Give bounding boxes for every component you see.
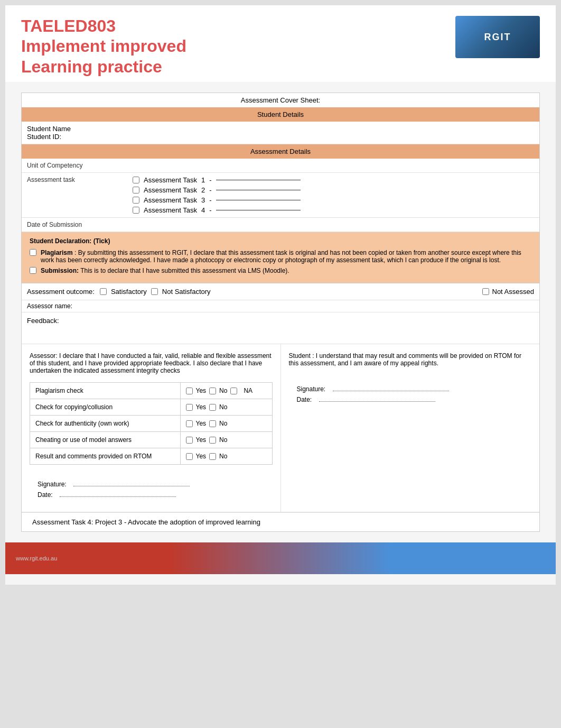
- authenticity-no-checkbox[interactable]: [209, 420, 216, 427]
- plagiarism-na-checkbox[interactable]: [230, 388, 237, 394]
- collusion-check-options: Yes No: [186, 403, 267, 411]
- plagiarism-no-checkbox[interactable]: [209, 388, 216, 394]
- task-4-line: [216, 210, 301, 210]
- student-sig-row: Signature:: [297, 385, 524, 393]
- assessment-tasks-row: Assessment task Assessment Task 1 - Asse…: [22, 173, 539, 218]
- outcome-options: Satisfactory Not Satisfactory: [100, 288, 211, 296]
- declaration-section: Student Declaration: (Tick) Plagiarism :…: [22, 232, 539, 283]
- outcome-row: Assessment outcome: Satisfactory Not Sat…: [22, 283, 539, 300]
- integrity-row-rtom: Result and comments provided on RTOM Yes…: [30, 448, 273, 465]
- student-info: Student Name Student ID:: [27, 125, 71, 141]
- integrity-options-collusion: Yes No: [180, 399, 272, 416]
- unit-row: Unit of Competency: [22, 159, 539, 173]
- task-3-checkbox[interactable]: [133, 197, 139, 204]
- rtom-yes-label: Yes: [196, 453, 207, 460]
- date-label: Date of Submission: [27, 221, 133, 228]
- authenticity-yes-label: Yes: [196, 420, 207, 427]
- bottom-bar: www.rgit.edu.au: [5, 542, 556, 574]
- footer-task-label: Assessment Task 4: Project 3 - Advocate …: [32, 518, 260, 526]
- rtom-check-options: Yes No: [186, 453, 267, 460]
- logo: RGIT: [455, 16, 540, 58]
- assessor-sig-label: Signature:: [38, 481, 67, 488]
- task-2-checkbox[interactable]: [133, 187, 139, 193]
- not-satisfactory-checkbox[interactable]: [151, 288, 158, 295]
- integrity-label-rtom: Result and comments provided on RTOM: [30, 448, 181, 465]
- task-4-num: 4: [201, 206, 205, 214]
- bottom-text: www.rgit.edu.au: [16, 555, 57, 561]
- student-signature-section: Signature: Date:: [289, 377, 532, 411]
- plagiarism-text-block: Plagiarism : By submitting this assessme…: [41, 249, 531, 264]
- task-1-checkbox[interactable]: [133, 177, 139, 183]
- main-content: Assessment Cover Sheet: Student Details …: [21, 93, 540, 532]
- integrity-label-plagiarism: Plagiarism check: [30, 383, 181, 399]
- title-line2: Implement improved: [21, 36, 186, 56]
- submission-text-block: Submission: This is to declare that I ha…: [41, 267, 289, 274]
- cheating-yes-checkbox[interactable]: [186, 437, 193, 444]
- task-row-3: Assessment Task 3 -: [133, 196, 534, 204]
- not-assessed-checkbox[interactable]: [482, 288, 489, 295]
- task-1-dash: -: [209, 176, 211, 184]
- satisfactory-checkbox[interactable]: [100, 288, 107, 295]
- integrity-options-cheating: Yes No: [180, 432, 272, 448]
- right-column: Student : I understand that may result a…: [281, 344, 540, 512]
- assessor-sig-row: Signature:: [38, 481, 265, 488]
- task-3-dash: -: [209, 196, 211, 204]
- task-3-line: [216, 200, 301, 200]
- integrity-options-rtom: Yes No: [180, 448, 272, 465]
- authenticity-yes-checkbox[interactable]: [186, 420, 193, 427]
- plagiarism-yes-checkbox[interactable]: [186, 388, 193, 394]
- cover-sheet-header: Assessment Cover Sheet:: [22, 93, 539, 107]
- task-row-4: Assessment Task 4 -: [133, 206, 534, 214]
- feedback-section: Feedback:: [22, 312, 539, 344]
- plagiarism-declaration: Plagiarism : By submitting this assessme…: [30, 249, 531, 264]
- task-1-num: 1: [201, 176, 205, 184]
- student-sig-line: [333, 391, 449, 391]
- footer-task: Assessment Task 4: Project 3 - Advocate …: [22, 512, 539, 531]
- assessor-name-row: Assessor name:: [22, 300, 539, 312]
- task-4-checkbox[interactable]: [133, 207, 139, 214]
- task-row-2: Assessment Task 2 -: [133, 186, 534, 194]
- page-title: TAELED803 Implement improved Learning pr…: [21, 16, 186, 77]
- integrity-options-authenticity: Yes No: [180, 416, 272, 432]
- cheating-no-checkbox[interactable]: [209, 437, 216, 444]
- plagiarism-na-label: NA: [244, 387, 253, 394]
- collusion-yes-label: Yes: [196, 403, 207, 411]
- task-row-1: Assessment Task 1 -: [133, 176, 534, 184]
- student-details-header: Student Details: [22, 107, 539, 122]
- plagiarism-checkbox[interactable]: [30, 249, 36, 256]
- assessor-sig-line: [73, 486, 190, 486]
- collusion-no-label: No: [219, 403, 227, 411]
- integrity-table: Plagiarism check Yes No NA: [30, 382, 273, 465]
- task-list: Assessment Task 1 - Assessment Task 2 - …: [133, 176, 534, 214]
- submission-text: This is to declare that I have submitted…: [80, 267, 289, 274]
- rtom-yes-checkbox[interactable]: [186, 453, 193, 460]
- title-block: TAELED803 Implement improved Learning pr…: [21, 16, 186, 77]
- integrity-options-plagiarism: Yes No NA: [180, 383, 272, 399]
- collusion-yes-checkbox[interactable]: [186, 404, 193, 411]
- assessor-date-line: [60, 496, 176, 497]
- student-name-row: Student Name Student ID:: [22, 122, 539, 144]
- assessment-details-header: Assessment Details: [22, 144, 539, 159]
- outcome-label: Assessment outcome:: [27, 288, 95, 296]
- cheating-check-options: Yes No: [186, 436, 267, 444]
- feedback-label: Feedback:: [27, 317, 534, 325]
- collusion-no-checkbox[interactable]: [209, 404, 216, 411]
- submission-checkbox[interactable]: [30, 267, 36, 274]
- page-header: TAELED803 Implement improved Learning pr…: [5, 5, 556, 82]
- assessment-task-label: Assessment task: [27, 176, 133, 183]
- submission-declaration: Submission: This is to declare that I ha…: [30, 267, 531, 274]
- page: TAELED803 Implement improved Learning pr…: [5, 5, 556, 585]
- task-1-line: [216, 180, 301, 180]
- task-1-label: Assessment Task: [144, 176, 197, 184]
- title-line3: Learning practice: [21, 57, 186, 77]
- student-id-label: Student ID:: [27, 133, 71, 141]
- plagiarism-label: Plagiarism: [41, 249, 73, 256]
- rtom-no-checkbox[interactable]: [209, 453, 216, 460]
- task-3-num: 3: [201, 196, 205, 204]
- task-2-dash: -: [209, 186, 211, 194]
- assessor-date-label: Date:: [38, 491, 53, 499]
- integrity-row-cheating: Cheating or use of model answers Yes No: [30, 432, 273, 448]
- cheating-no-label: No: [219, 436, 227, 444]
- assessor-signature-section: Signature: Date:: [30, 475, 273, 504]
- rtom-no-label: No: [219, 453, 227, 460]
